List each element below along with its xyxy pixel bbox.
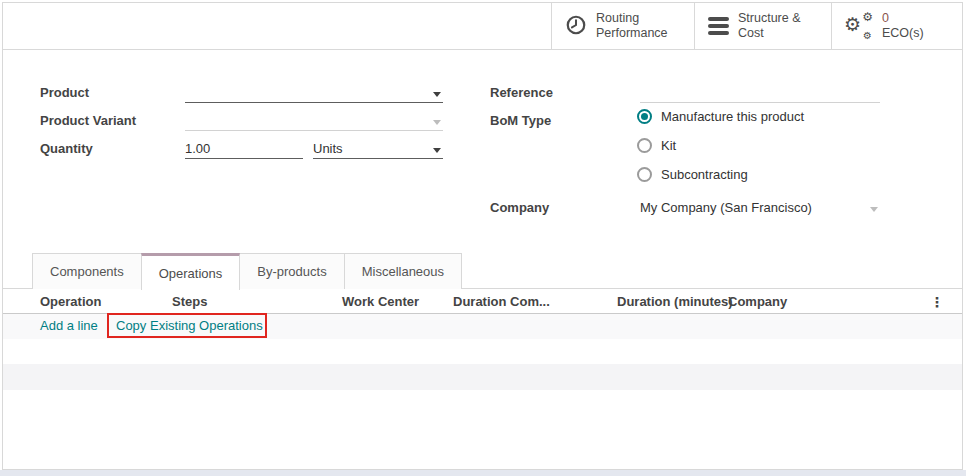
radio-label: Kit [661,138,676,153]
stat-button-label: Structure & Cost [738,11,801,41]
page-background-strip [0,470,966,476]
product-variant-label: Product Variant [40,113,136,128]
product-label: Product [40,85,89,100]
tab-operations[interactable]: Operations [141,253,241,290]
chevron-down-icon[interactable] [433,92,441,97]
tab-components[interactable]: Components [32,253,142,289]
bom-type-label: BoM Type [490,113,551,128]
product-variant-field [185,112,443,131]
stat-button-label: 0 ECO(s) [882,11,924,41]
tab-by-products[interactable]: By-products [239,253,344,289]
empty-row-stripe [3,364,962,390]
column-header-steps[interactable]: Steps [172,294,207,309]
column-header-duration-computation[interactable]: Duration Com... [453,294,550,309]
bom-type-option-subcontracting[interactable]: Subcontracting [637,167,748,182]
gears-icon: ⚙⚙⚙ [845,13,873,39]
company-field: My Company (San Francisco) [640,199,880,218]
radio-label: Subcontracting [661,167,748,182]
eco-count-value: 0 [882,11,889,25]
add-a-line-link[interactable]: Add a line [40,318,98,333]
stat-button-label: Routing Performance [596,11,668,41]
column-header-duration-minutes[interactable]: Duration (minutes) [617,294,733,309]
reference-label: Reference [490,85,553,100]
copy-existing-operations-link[interactable]: Copy Existing Operations [116,318,263,333]
bom-type-option-kit[interactable]: Kit [637,138,676,153]
product-field[interactable] [185,84,443,103]
uom-field[interactable]: Units [313,140,443,159]
chevron-down-icon [870,207,878,212]
chevron-down-icon[interactable] [433,148,441,153]
column-header-operation[interactable]: Operation [40,294,101,309]
clock-icon [565,14,587,39]
column-header-company[interactable]: Company [728,294,787,309]
operations-add-row: Add a line Copy Existing Operations [3,314,962,339]
quantity-field[interactable]: 1.00 [185,140,303,159]
company-label: Company [490,200,549,215]
tab-miscellaneous[interactable]: Miscellaneous [344,253,462,289]
reference-field[interactable] [640,84,880,103]
quantity-label: Quantity [40,141,93,156]
structure-cost-button[interactable]: Structure & Cost [694,3,831,49]
operations-table-header: Operation Steps Work Center Duration Com… [3,289,962,314]
radio-icon[interactable] [637,167,652,182]
radio-icon[interactable] [637,138,652,153]
notebook-tab-strip: Components Operations By-products Miscel… [3,252,962,289]
bom-form-page: Routing Performance Structure & Cost ⚙⚙⚙… [0,0,966,476]
quantity-value: 1.00 [185,141,210,156]
stat-button-box: Routing Performance Structure & Cost ⚙⚙⚙… [551,3,962,49]
routing-performance-button[interactable]: Routing Performance [551,3,694,49]
form-header-bar: Routing Performance Structure & Cost ⚙⚙⚙… [3,3,962,50]
form-sheet [2,2,963,470]
company-value: My Company (San Francisco) [640,200,812,215]
bom-type-option-manufacture[interactable]: Manufacture this product [637,109,804,124]
column-header-work-center[interactable]: Work Center [342,294,419,309]
uom-value: Units [313,141,343,156]
radio-icon[interactable] [637,109,652,124]
eco-count-button[interactable]: ⚙⚙⚙ 0 ECO(s) [831,3,962,49]
optional-columns-icon[interactable]: ⋮ [930,294,944,310]
radio-label: Manufacture this product [661,109,804,124]
chevron-down-icon [433,120,441,125]
bars-icon [708,17,729,35]
